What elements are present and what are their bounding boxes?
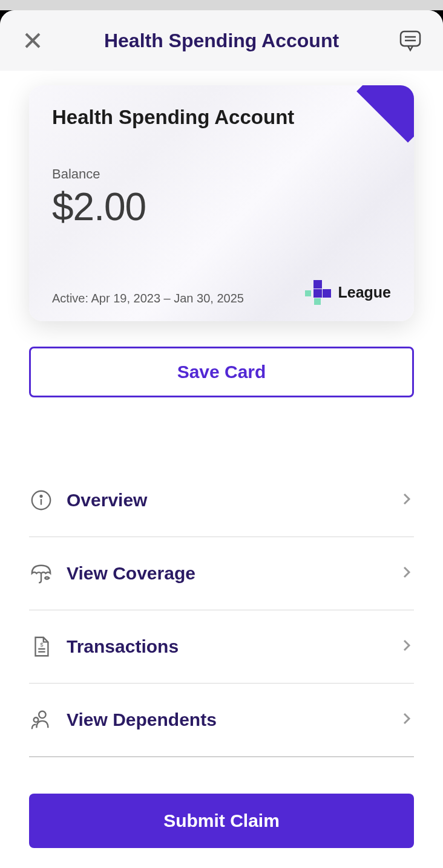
close-button[interactable] xyxy=(21,28,45,53)
status-bar xyxy=(0,0,443,10)
svg-point-6 xyxy=(41,495,42,497)
active-date-range: Active: Apr 19, 2023 – Jan 30, 2025 xyxy=(52,292,244,305)
balance-amount: $2.00 xyxy=(52,184,391,229)
people-icon xyxy=(29,708,53,732)
info-icon xyxy=(29,488,53,512)
save-card-button[interactable]: Save Card xyxy=(29,347,414,397)
menu-item-transactions[interactable]: $ Transactions xyxy=(29,610,414,684)
menu-label: View Coverage xyxy=(67,563,399,584)
header: Health Spending Account xyxy=(0,10,443,71)
league-logo-icon xyxy=(305,279,332,305)
umbrella-icon xyxy=(29,561,53,586)
modal-sheet: Health Spending Account Health Spending … xyxy=(0,10,443,868)
balance-label: Balance xyxy=(52,166,391,182)
page-title: Health Spending Account xyxy=(45,30,398,52)
svg-text:$: $ xyxy=(40,641,44,648)
submit-wrap: Submit Claim xyxy=(0,757,443,848)
card-title: Health Spending Account xyxy=(52,106,391,129)
balance-card: Health Spending Account Balance $2.00 Ac… xyxy=(29,85,414,321)
card-footer: Active: Apr 19, 2023 – Jan 30, 2025 Leag… xyxy=(52,279,391,305)
chevron-right-icon xyxy=(399,565,414,582)
chevron-right-icon xyxy=(399,638,414,655)
receipt-icon: $ xyxy=(29,635,53,659)
league-logo: League xyxy=(305,279,391,305)
menu-label: View Dependents xyxy=(67,710,399,730)
menu-item-view-dependents[interactable]: View Dependents xyxy=(29,684,414,757)
close-icon xyxy=(23,31,42,50)
content: Health Spending Account Balance $2.00 Ac… xyxy=(0,71,443,757)
svg-point-12 xyxy=(34,717,39,722)
svg-rect-2 xyxy=(401,31,420,46)
menu-item-view-coverage[interactable]: View Coverage xyxy=(29,537,414,610)
chat-icon xyxy=(398,28,422,53)
league-logo-text: League xyxy=(338,284,391,301)
chevron-right-icon xyxy=(399,492,414,509)
svg-point-11 xyxy=(39,711,45,718)
menu-label: Transactions xyxy=(67,636,399,657)
chevron-right-icon xyxy=(399,711,414,728)
menu-list: Overview View Coverage xyxy=(29,464,414,757)
menu-item-overview[interactable]: Overview xyxy=(29,464,414,537)
chat-button[interactable] xyxy=(398,28,422,53)
submit-claim-button[interactable]: Submit Claim xyxy=(29,794,414,848)
menu-label: Overview xyxy=(67,490,399,511)
